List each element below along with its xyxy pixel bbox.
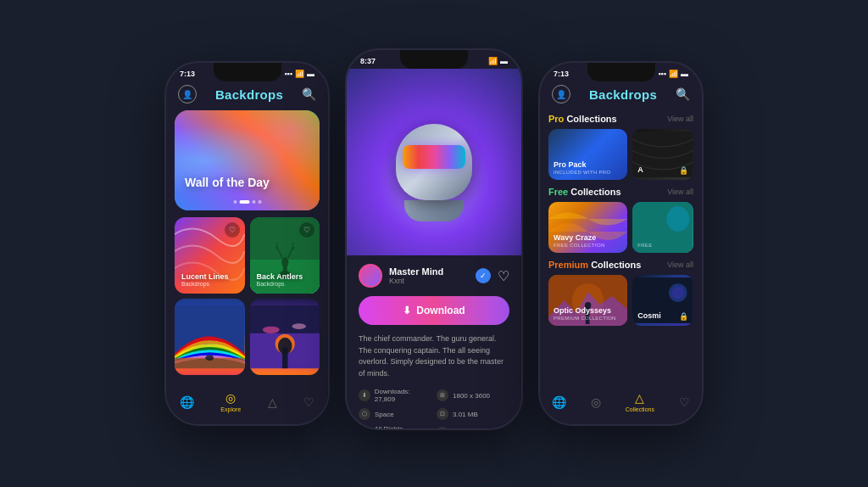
space-label: Space	[375, 411, 394, 418]
card-wavy[interactable]: Wavy Craze FREE COLLECTION	[548, 202, 627, 253]
section-header-pro: Pro Collections View all	[548, 114, 693, 124]
thumb-rainbow[interactable]	[175, 299, 245, 375]
search-icon-left[interactable]: 🔍	[302, 87, 316, 101]
author-row: Master Mind Kxnt ✓ ♡	[359, 264, 509, 288]
signal-icons-left: ▪▪▪ 📶 ▬	[284, 70, 314, 78]
heart-icon-right: ♡	[679, 395, 690, 409]
card-cosmi[interactable]: Cosmi 🔒	[632, 275, 693, 326]
view-all-pro[interactable]: View all	[667, 115, 693, 123]
time-left: 7:13	[180, 70, 195, 78]
explore-icon-right: ◎	[591, 395, 601, 409]
wifi-center: 📶	[488, 57, 498, 65]
app-header-left: 👤 Backdrops 🔍	[166, 81, 328, 110]
thumb-grid: Lucent Lines Backdrops ♡	[175, 217, 320, 375]
nav-collections-right[interactable]: △ Collections	[619, 389, 661, 414]
signal-icons-right: ▪▪▪ 📶 ▬	[658, 70, 688, 78]
rights-label: All Rights Reserved	[374, 425, 431, 430]
heart-detail[interactable]: ♡	[498, 268, 509, 284]
heart-antlers[interactable]: ♡	[299, 222, 314, 238]
verified-icon: ✓	[476, 268, 491, 283]
time-center: 8:37	[360, 57, 376, 65]
pro-highlight: Pro	[548, 114, 564, 124]
thumb-antlers[interactable]: Back Antlers Backdrops ♡	[250, 217, 320, 294]
bottom-nav-left: 🌐 ◎ Explore △ ♡	[166, 383, 328, 424]
stat-filesize: ⊡ 3.01 MB	[437, 408, 509, 420]
phones-container: 7:13 ▪▪▪ 📶 ▬ 👤 Backdrops 🔍 Wall of the D…	[0, 0, 868, 487]
svg-point-25	[672, 287, 684, 299]
view-all-free[interactable]: View all	[667, 188, 693, 196]
premium-highlight: Premium	[548, 260, 588, 270]
nav-globe-right[interactable]: 🌐	[545, 394, 573, 411]
resolution-value: 1800 x 3600	[453, 392, 490, 400]
nav-explore-right[interactable]: ◎	[584, 394, 608, 411]
dot-4	[258, 200, 261, 204]
robot-chin	[404, 200, 464, 221]
section-title-free: Free Collections	[548, 187, 621, 197]
card-pro-pack[interactable]: Pro Pack INCLUDED WITH PRO	[548, 129, 627, 180]
avatar-right[interactable]: 👤	[552, 85, 570, 104]
dot-1	[233, 200, 236, 204]
avatar-left[interactable]: 👤	[178, 85, 197, 104]
thumb-sunset[interactable]	[250, 299, 320, 375]
signal-icons-center: 📶 ▬	[488, 57, 508, 65]
label-optic: Optic Odysseys PREMIUM COLLECTION	[554, 307, 622, 321]
svg-point-12	[292, 323, 306, 329]
download-label: Download	[416, 305, 465, 316]
pro-suffix: Collections	[566, 114, 616, 124]
battery-right: ▬	[681, 70, 688, 78]
nav-heart-right[interactable]: ♡	[672, 394, 697, 411]
phone-right: 7:13 ▪▪▪ 📶 ▬ 👤 Backdrops 🔍 Pro Collectio…	[538, 61, 704, 426]
antlers-title: Back Antlers	[257, 272, 314, 281]
search-icon-right[interactable]: 🔍	[676, 87, 690, 101]
globe-icon-left: 🌐	[180, 395, 194, 409]
nav-explore-left[interactable]: ◎ Explore	[214, 389, 248, 414]
collection-row-free: Wavy Craze FREE COLLECTION FREE	[548, 202, 693, 253]
hero-card[interactable]: Wall of the Day	[175, 110, 320, 210]
pro-pack-sub: INCLUDED WITH PRO	[554, 170, 622, 175]
nav-heart-left[interactable]: ♡	[297, 394, 321, 411]
svg-point-18	[667, 206, 690, 232]
nav-collections-left[interactable]: △	[261, 394, 284, 411]
card-abstract[interactable]: A 🔒	[632, 129, 693, 180]
free-suffix: Collections	[570, 187, 620, 197]
label-free-light: FREE	[637, 243, 688, 248]
notch-center	[400, 50, 468, 69]
pro-pack-title: Pro Pack	[554, 161, 622, 170]
optic-title: Optic Odysseys	[554, 307, 622, 316]
wifi-right: 📶	[669, 70, 678, 78]
hero-dots	[233, 200, 261, 204]
label-lucent: Lucent Lines Backdrops	[181, 272, 238, 287]
robot-face	[392, 124, 476, 217]
download-button[interactable]: ⬇ Download	[359, 296, 509, 325]
heart-lucent[interactable]: ♡	[225, 222, 240, 238]
nav-globe-left[interactable]: 🌐	[173, 394, 201, 411]
app-title-right: Backdrops	[589, 87, 657, 102]
view-all-premium[interactable]: View all	[667, 260, 693, 269]
author-avatar[interactable]	[359, 264, 382, 288]
author-name: Master Mind	[389, 266, 443, 277]
lucent-title: Lucent Lines	[181, 272, 238, 281]
rights-icon: ℹ	[359, 427, 370, 430]
stat-report[interactable]: ℹ Report	[437, 425, 509, 430]
thumb-lucent[interactable]: Lucent Lines Backdrops ♡	[175, 217, 245, 294]
resolution-icon: ⊞	[437, 389, 448, 401]
report-icon: ℹ	[437, 427, 448, 430]
svg-point-7	[205, 355, 214, 361]
card-free-light[interactable]: FREE	[632, 202, 693, 253]
notch-right	[587, 63, 655, 81]
bottom-nav-right: 🌐 ◎ △ Collections ♡	[540, 383, 702, 424]
lock-cosmi: 🔒	[679, 312, 688, 321]
signal-right: ▪▪▪	[658, 70, 666, 78]
optic-sub: PREMIUM COLLECTION	[554, 316, 622, 321]
author-left: Master Mind Kxnt	[359, 264, 443, 288]
signal-icon: ▪▪▪	[284, 70, 292, 78]
explore-label-left: Explore	[220, 406, 241, 412]
collections-label-right: Collections	[626, 406, 654, 412]
stat-space: ⬡ Space	[359, 408, 431, 420]
report-label: Report	[453, 429, 473, 431]
card-optic[interactable]: Optic Odysseys PREMIUM COLLECTION	[548, 275, 627, 326]
detail-description: The chief commander. The guru general. T…	[359, 333, 509, 379]
author-handle: Kxnt	[389, 277, 443, 285]
free-light-sub: FREE	[637, 243, 688, 248]
phone-center: 8:37 📶 ▬	[345, 48, 523, 430]
